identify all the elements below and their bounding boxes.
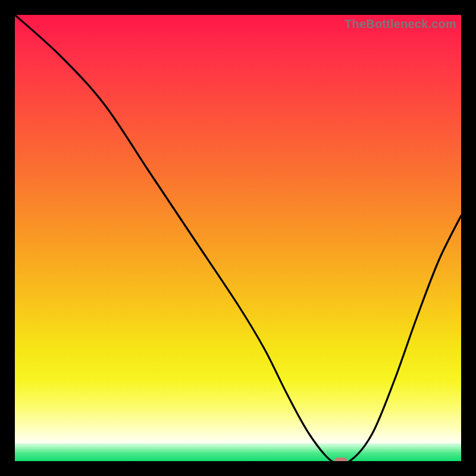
chart-stage: TheBottleneck.com: [0, 0, 476, 476]
curve-svg: [15, 15, 461, 461]
min-marker: [334, 458, 347, 461]
plot-area: TheBottleneck.com: [15, 15, 461, 461]
credit-text: TheBottleneck.com: [345, 17, 456, 31]
bottleneck-curve-path: [15, 15, 461, 461]
